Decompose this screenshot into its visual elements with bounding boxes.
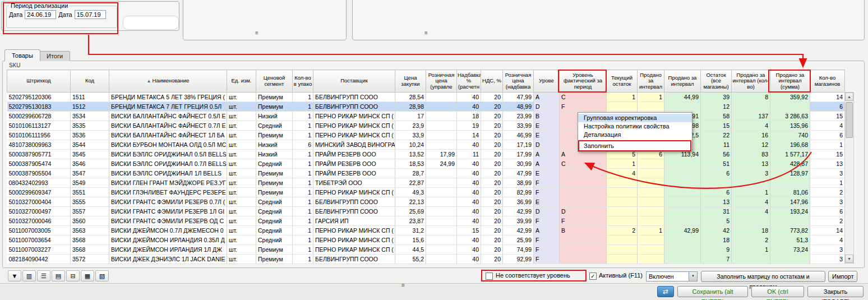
cell[interactable] <box>607 207 638 216</box>
cell[interactable]: 73,24 <box>770 245 810 255</box>
column-header[interactable]: Цена закупки <box>395 70 426 93</box>
cell[interactable]: F <box>534 255 560 264</box>
cell[interactable]: 14 <box>457 131 481 140</box>
column-header[interactable]: Текущий остаток <box>607 70 638 93</box>
cell[interactable]: 20 <box>481 150 503 159</box>
cell[interactable]: 5000299609347 <box>7 188 71 197</box>
cell[interactable]: 56 <box>701 150 732 159</box>
cell[interactable]: шт. <box>227 131 256 140</box>
cell[interactable]: 5000387905504 <box>7 169 71 178</box>
cell[interactable]: ВИСКИ БЭЛЛС ОРИДЖИНАЛ 0.7Л BELLS <box>109 159 227 169</box>
excel-export-icon[interactable]: ▦ <box>81 270 94 281</box>
cell[interactable]: БЕЛВИНГРУПП СООО <box>313 197 395 207</box>
cell[interactable]: F <box>534 178 560 188</box>
column-header[interactable]: Розничная цена (управле <box>426 70 457 93</box>
cell[interactable]: ПЕРНО РИКАР МИНСК СП ( <box>313 236 395 245</box>
cell[interactable] <box>426 140 457 150</box>
cell[interactable]: 3551 <box>71 188 109 197</box>
cell[interactable]: 48,99 <box>503 102 534 112</box>
cell[interactable] <box>426 178 457 188</box>
cell[interactable]: 39 <box>701 93 732 102</box>
cell[interactable]: шт. <box>227 150 256 159</box>
cell[interactable]: 15 <box>810 150 845 159</box>
cell[interactable]: 38,99 <box>503 178 534 188</box>
cell[interactable]: 18 <box>701 236 732 245</box>
cell[interactable]: ПЕРНО РИКАР МИНСК СП ( <box>313 112 395 121</box>
cell[interactable]: 42,99 <box>664 226 701 236</box>
cell[interactable]: 11 <box>457 150 481 159</box>
cell[interactable] <box>664 245 701 255</box>
cell[interactable]: шт. <box>227 112 256 121</box>
cell[interactable]: 3 <box>810 245 845 255</box>
cell[interactable]: 1 <box>607 159 638 169</box>
cell[interactable] <box>664 169 701 178</box>
cell[interactable]: 28,98 <box>395 102 426 112</box>
cell[interactable]: 74,99 <box>503 245 534 255</box>
cell[interactable]: 1 <box>293 245 313 255</box>
tab-tovary[interactable]: Товары <box>4 49 40 61</box>
cell[interactable]: 20 <box>481 121 503 131</box>
table-row[interactable]: 0821840904423572ВИСКИ ДЖЕК ДЭНИЭЛС 1Л JA… <box>7 255 845 264</box>
cell[interactable] <box>607 245 638 255</box>
table-row[interactable]: 50002996067283534ВИСКИ БАЛЛАНТАЙНС ФАЙНЕ… <box>7 112 845 121</box>
cell[interactable] <box>560 255 607 264</box>
cell[interactable]: 128,97 <box>770 169 810 178</box>
cell[interactable]: шт. <box>227 121 256 131</box>
cell[interactable]: 40 <box>457 178 481 188</box>
cell[interactable]: F <box>560 102 607 112</box>
cell[interactable]: F <box>534 216 560 226</box>
cell[interactable]: 42,99 <box>503 207 534 216</box>
cell[interactable]: 4 <box>732 207 770 216</box>
cell[interactable]: 3560 <box>71 216 109 226</box>
mismatch-level-checkbox[interactable] <box>486 273 493 280</box>
cell[interactable]: 1 <box>810 140 845 150</box>
cell[interactable]: 19 <box>457 121 481 131</box>
cell[interactable]: 17,99 <box>426 150 457 159</box>
cell[interactable]: 25,99 <box>503 236 534 245</box>
cell[interactable]: 3544 <box>71 140 109 150</box>
cell[interactable]: 359,92 <box>770 93 810 102</box>
cell[interactable]: 28,7 <box>395 169 426 178</box>
table-row[interactable]: 50002996093473551ВИСКИ ГЛЭНЛИВЕТ ФАУНДЕР… <box>7 188 845 197</box>
cell[interactable]: Средний <box>256 207 293 216</box>
cell[interactable] <box>664 255 701 264</box>
cell[interactable] <box>607 255 638 264</box>
table-row[interactable]: 48107380099633544ВИСКИ БУРБОН МОНТАНА ОЛ… <box>7 140 845 150</box>
column-header[interactable]: Надбавка % (расчетн <box>457 70 481 93</box>
cell[interactable]: шт. <box>227 140 256 150</box>
cell[interactable] <box>426 102 457 112</box>
cell[interactable] <box>607 188 638 197</box>
cell[interactable]: 15,6 <box>395 236 426 245</box>
cell[interactable]: ВИСКИ БАЛЛАНТАЙНС ФАЙНЕСТ 1Л БА <box>109 131 227 140</box>
cell[interactable]: Премиум <box>256 255 293 264</box>
cell[interactable] <box>664 216 701 226</box>
cell[interactable]: 40 <box>457 245 481 255</box>
cell[interactable]: ПРАЙМ РЕЗЕРВ ООО <box>313 159 395 169</box>
cell[interactable]: шт. <box>227 178 256 188</box>
cell[interactable]: Премиум <box>256 188 293 197</box>
cell[interactable]: 1 <box>732 188 770 197</box>
cell[interactable] <box>426 245 457 255</box>
cell[interactable]: 3534 <box>71 112 109 121</box>
cell[interactable]: ВИСКИ БУРБОН МОНТАНА ОЛД 0.5Л МС <box>109 140 227 150</box>
cell[interactable]: 5 <box>701 216 732 226</box>
cell[interactable]: F <box>534 236 560 245</box>
cell[interactable]: 23,9 <box>395 121 426 131</box>
cell[interactable]: 44,99 <box>664 93 701 102</box>
column-header[interactable]: Поставщик <box>313 70 395 93</box>
cell[interactable]: БЕЛВИНГРУПП СООО <box>313 207 395 216</box>
cell[interactable]: Низкий <box>256 140 293 150</box>
cell[interactable]: C <box>560 159 607 169</box>
cell[interactable] <box>426 207 457 216</box>
cell[interactable] <box>607 236 638 245</box>
cell[interactable] <box>638 236 664 245</box>
cell[interactable]: 22,87 <box>395 178 426 188</box>
tab-itogi[interactable]: Итоги <box>39 51 70 61</box>
cell[interactable]: 20 <box>481 216 503 226</box>
cell[interactable]: ПЕРНО РИКАР МИНСК СП ( <box>313 245 395 255</box>
cell[interactable]: E <box>534 197 560 207</box>
cell[interactable]: 20 <box>481 169 503 178</box>
cell[interactable]: Средний <box>256 236 293 245</box>
numbered-list-icon[interactable]: ☰ <box>37 270 50 281</box>
cell[interactable]: 51 <box>701 159 732 169</box>
